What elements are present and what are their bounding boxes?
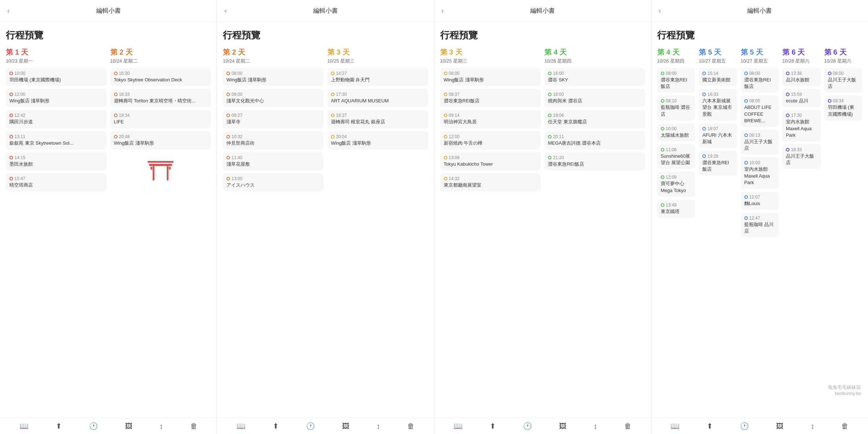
event-card[interactable]: 12:00 Wing飯店 淺草駒形 xyxy=(6,89,107,107)
footer-share-icon[interactable]: ⬆ xyxy=(490,422,496,430)
event-card[interactable]: 15:14 國立新美術館 xyxy=(699,68,737,86)
event-card[interactable]: 08:00 Wing飯店 淺草駒形 xyxy=(223,68,324,86)
footer-book-icon[interactable]: 📖 xyxy=(671,422,680,430)
back-button-1[interactable]: ‹ xyxy=(7,7,10,15)
event-time: 08:00 xyxy=(828,71,859,76)
event-card[interactable]: 16:00 澀谷 SKY xyxy=(544,68,645,86)
event-card[interactable]: 09:00 淺草文化觀光中心 xyxy=(223,89,324,107)
footer-book-icon[interactable]: 📖 xyxy=(454,422,463,430)
event-card[interactable]: 17:30 室內水族館 Maxell Aqua Park xyxy=(782,110,820,141)
event-card[interactable]: 09:27 淺草寺 xyxy=(223,110,324,128)
footer-clock-icon[interactable]: 🕐 xyxy=(306,422,315,430)
footer-sort-icon[interactable]: ↕ xyxy=(593,422,597,430)
event-time: 08:00 xyxy=(661,71,692,76)
day-date-2b: 10/24 星期二 xyxy=(223,58,324,64)
event-card[interactable]: 20:04 Wing飯店 淺草駒形 xyxy=(327,131,428,149)
event-card[interactable]: 18:33 品川王子大飯店 xyxy=(782,144,820,169)
event-card[interactable]: 10:00 羽田機場 (東京國際機場) xyxy=(6,68,107,86)
event-card[interactable]: 11:40 淺草花屋敷 xyxy=(223,152,324,170)
dot xyxy=(226,114,230,117)
event-time: 18:37 xyxy=(331,113,425,118)
event-name: 品川王子大飯店 xyxy=(828,77,859,90)
footer-delete-icon[interactable]: 🗑 xyxy=(407,422,414,430)
event-card[interactable]: 19:34 LIFE xyxy=(110,110,211,128)
event-card[interactable]: 12:07 麵Louis xyxy=(741,192,779,210)
footer-clock-icon[interactable]: 🕐 xyxy=(740,422,749,430)
footer-share-icon[interactable]: ⬆ xyxy=(56,422,62,430)
event-card[interactable]: 19:29 澀谷東急REI飯店 xyxy=(699,151,737,175)
back-button-4[interactable]: ‹ xyxy=(659,7,661,15)
event-card[interactable]: 08:10 藍瓶咖啡 澀谷店 xyxy=(657,95,695,120)
event-card[interactable]: 12:42 隅田川步道 xyxy=(6,110,107,128)
day-column-2: 第 2 天 10/24 星期二 16:30 Tokyo Skytree Obse… xyxy=(110,47,211,194)
event-card[interactable]: 20:11 MEGA唐吉訶德 澀谷本店 xyxy=(544,131,645,149)
event-card[interactable]: 08:00 澀谷東急REI飯店 xyxy=(741,68,779,93)
event-card[interactable]: 21:20 澀谷東急REI飯店 xyxy=(544,152,645,170)
event-card[interactable]: 14:27 上野動物園 弁天門 xyxy=(327,68,428,86)
event-card[interactable]: 18:00 燒肉與米 澀谷店 xyxy=(544,89,645,107)
event-card[interactable]: 14:32 東京都廳南展望室 xyxy=(440,173,541,191)
event-card[interactable]: 14:15 墨田水族館 xyxy=(6,152,107,170)
event-card[interactable]: 19:06 任天堂 東京旗艦店 xyxy=(544,110,645,128)
event-card[interactable]: 12:47 藍瓶咖啡 品川店 xyxy=(741,213,779,237)
event-time: 17:30 xyxy=(786,113,817,118)
event-card[interactable]: 08:00 品川王子大飯店 xyxy=(824,68,862,93)
event-card[interactable]: 10:00 室內水族館 Maxell Aqua Park xyxy=(741,157,779,189)
days-container-1: 第 1 天 10/23 星期一 10:00 羽田機場 (東京國際機場) 12:0… xyxy=(6,47,211,194)
event-time: 08:00 xyxy=(444,71,537,76)
event-card[interactable]: 08:37 澀谷東急REI飯店 xyxy=(440,89,541,107)
event-card[interactable]: 16:33 六本木新城展望台 東京城市景觀 xyxy=(699,89,737,120)
footer-clock-icon[interactable]: 🕐 xyxy=(89,422,98,430)
event-card[interactable]: 13:00 アイスハウス xyxy=(223,173,324,191)
footer-share-icon[interactable]: ⬆ xyxy=(273,422,279,430)
event-card[interactable]: 15:47 晴空塔商店 xyxy=(6,173,107,191)
footer-sort-icon[interactable]: ↕ xyxy=(810,422,814,430)
footer-image-icon[interactable]: 🖼 xyxy=(559,422,566,430)
event-card[interactable]: 20:48 Wing飯店 淺草駒形 xyxy=(110,131,211,149)
event-name: Sunshine60展望台 展望公園 xyxy=(661,153,692,166)
event-card[interactable]: 18:37 迴轉壽司 根室花丸 銀座店 xyxy=(327,110,428,128)
footer-sort-icon[interactable]: ↕ xyxy=(376,422,380,430)
event-card[interactable]: 09:13 品川王子大飯店 xyxy=(741,130,779,154)
event-card[interactable]: 12:00 新宿燒肉 牛舌の樺 xyxy=(440,131,541,149)
footer-clock-icon[interactable]: 🕐 xyxy=(523,422,532,430)
footer-share-icon[interactable]: ⬆ xyxy=(707,422,713,430)
footer-sort-icon[interactable]: ↕ xyxy=(159,422,163,430)
event-card[interactable]: 08:00 Wing飯店 淺草駒形 xyxy=(440,68,541,86)
back-button-2[interactable]: ‹ xyxy=(224,7,227,15)
dot xyxy=(786,93,790,96)
dot xyxy=(744,99,748,103)
footer-book-icon[interactable]: 📖 xyxy=(20,422,29,430)
back-button-3[interactable]: ‹ xyxy=(442,7,444,15)
event-name: 任天堂 東京旗艦店 xyxy=(548,119,642,125)
event-card[interactable]: 13:09 Tokyu Kabukicho Tower xyxy=(440,152,541,170)
footer-image-icon[interactable]: 🖼 xyxy=(342,422,349,430)
panel-3-title: 編輯小書 xyxy=(530,7,555,15)
event-card[interactable]: 17:30 ART AQUARIUM MUSEUM xyxy=(327,89,428,107)
event-card[interactable]: 18:33 迴轉壽司 Toriton 東京晴空塔・晴空街... xyxy=(110,89,211,107)
dot xyxy=(444,72,447,75)
event-card[interactable]: 10:32 仲見世商店街 xyxy=(223,131,324,149)
event-card[interactable]: 11:06 Sunshine60展望台 展望公園 xyxy=(657,144,695,169)
event-card[interactable]: 09:14 明治神宮大鳥居 xyxy=(440,110,541,128)
event-card[interactable]: 18:07 AFURI 六本木新城 xyxy=(699,123,737,148)
footer-delete-icon[interactable]: 🗑 xyxy=(624,422,631,430)
event-card[interactable]: 15:59 ecute 品川 xyxy=(782,89,820,107)
event-card[interactable]: 09:34 羽田機場 (東京國際機場) xyxy=(824,95,862,120)
footer-image-icon[interactable]: 🖼 xyxy=(125,422,132,430)
event-card[interactable]: 08:05 ABOUT LIFE COFFEE BREWE... xyxy=(741,95,779,127)
footer-delete-icon[interactable]: 🗑 xyxy=(190,422,197,430)
footer-image-icon[interactable]: 🖼 xyxy=(776,422,783,430)
event-card[interactable]: 12:09 寶可夢中心Mega Tokyo xyxy=(657,172,695,196)
event-card[interactable]: 13:11 叙叙苑 東京 Skytreetown Sol... xyxy=(6,131,107,149)
footer-book-icon[interactable]: 📖 xyxy=(237,422,246,430)
event-card[interactable]: 16:30 Tokyo Skytree Observation Deck xyxy=(110,68,211,86)
event-time: 09:34 xyxy=(828,98,859,103)
event-name: 淺草寺 xyxy=(226,119,320,125)
event-card[interactable]: 08:00 澀谷東急REI飯店 xyxy=(657,68,695,93)
event-card[interactable]: 13:38 品川水族館 xyxy=(782,68,820,86)
footer-delete-icon[interactable]: 🗑 xyxy=(841,422,848,430)
event-card[interactable]: 13:49 東京鐵塔 xyxy=(657,200,695,218)
event-time: 14:27 xyxy=(331,71,425,76)
event-card[interactable]: 10:00 太陽城水族館 xyxy=(657,123,695,141)
